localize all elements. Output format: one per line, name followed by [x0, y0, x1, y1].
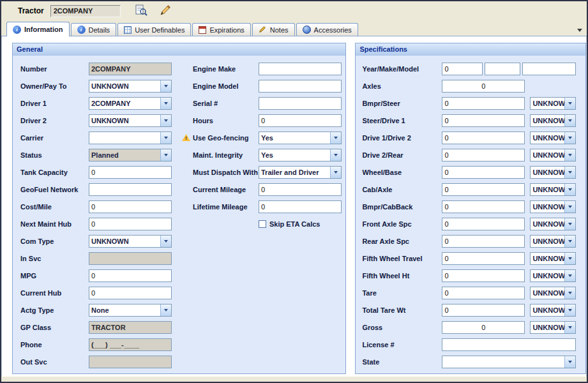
current-mileage-label: Current Mileage: [193, 186, 259, 193]
field-row: Hours: [182, 112, 345, 129]
com-type-select[interactable]: UNKNOWN: [89, 235, 172, 248]
tab-overflow-arrow-icon[interactable]: [577, 29, 582, 32]
year-input[interactable]: [442, 63, 483, 75]
mpg-input[interactable]: [89, 269, 172, 282]
com-type-label: Com Type: [20, 237, 89, 245]
current-hub-input[interactable]: [89, 287, 172, 299]
drive-2-rear-unit-select[interactable]: UNKNOW: [530, 149, 576, 161]
fifth-wheel-ht-label: Fifth Wheel Ht: [362, 272, 442, 280]
field-row: Status Planned: [20, 146, 182, 163]
next-maint-hub-input[interactable]: [89, 218, 172, 230]
tab-accessories[interactable]: Accessories: [296, 23, 358, 36]
in-svc-input[interactable]: [89, 252, 172, 265]
field-row: Wheel/Base UNKNOW: [362, 163, 585, 181]
wheel-base-input[interactable]: [442, 166, 525, 179]
field-row: GP Class: [20, 319, 182, 336]
gp-class-input[interactable]: [89, 321, 172, 334]
phone-input[interactable]: [89, 338, 172, 351]
gross-unit-select[interactable]: UNKNOW: [530, 321, 576, 334]
field-row: License #: [362, 336, 585, 353]
chevron-down-icon: [564, 270, 575, 282]
field-row: Maint. Integrity Yes: [182, 146, 345, 163]
bmpr-cabback-unit-select[interactable]: UNKNOW: [530, 200, 576, 213]
status-select[interactable]: Planned: [89, 149, 172, 161]
gross-input[interactable]: [442, 321, 525, 334]
model-input[interactable]: [522, 63, 576, 75]
steer-drive-1-input[interactable]: [442, 114, 525, 127]
actg-type-select[interactable]: None: [89, 304, 172, 317]
cab-axle-unit-select[interactable]: UNKNOW: [530, 183, 576, 196]
chevron-down-icon: [160, 304, 171, 316]
cab-axle-label: Cab/Axle: [362, 186, 442, 193]
cab-axle-input[interactable]: [442, 183, 525, 196]
tare-input[interactable]: [442, 287, 525, 299]
axles-input[interactable]: [442, 80, 525, 93]
information-tab-page: General Number Owner/Pay To UNKNOWN: [1, 36, 587, 377]
tab-expirations[interactable]: Expirations: [192, 23, 250, 36]
number-input[interactable]: [89, 63, 172, 75]
tab-information[interactable]: i Information: [6, 22, 70, 36]
must-dispatch-with-label: Must Dispatch With: [193, 169, 259, 176]
field-row: Com Type UNKNOWN: [20, 232, 182, 250]
tab-user-definables[interactable]: User Definables: [117, 23, 191, 36]
current-mileage-input[interactable]: [259, 183, 342, 196]
bmpr-steer-label: Bmpr/Steer: [362, 100, 442, 107]
owner-pay-to-select[interactable]: UNKNOWN: [89, 80, 172, 93]
fifth-wheel-travel-input[interactable]: [442, 252, 525, 265]
tare-unit-select[interactable]: UNKNOW: [530, 287, 576, 299]
engine-model-input[interactable]: [259, 80, 342, 93]
tab-notes[interactable]: Notes: [252, 23, 295, 36]
hours-input[interactable]: [259, 114, 342, 127]
wheel-base-unit-select[interactable]: UNKNOW: [530, 166, 576, 179]
out-svc-input[interactable]: [89, 356, 172, 368]
field-row: Rear Axle Spc UNKNOW: [362, 232, 585, 250]
skip-eta-calcs-checkbox[interactable]: [259, 220, 266, 228]
fifth-wheel-ht-input[interactable]: [442, 269, 525, 282]
total-tare-wt-unit-select[interactable]: UNKNOW: [530, 304, 576, 317]
tare-label: Tare: [362, 289, 442, 297]
tractor-number-input[interactable]: [50, 5, 121, 17]
make-input[interactable]: [485, 63, 520, 75]
carrier-select[interactable]: [89, 131, 172, 144]
rear-axle-spc-input[interactable]: [442, 235, 525, 248]
bmpr-cabback-input[interactable]: [442, 200, 525, 213]
geofuel-network-label: GeoFuel Network: [20, 186, 89, 193]
edit-tractor-button[interactable]: [156, 3, 174, 19]
drive-1-drive-2-input[interactable]: [442, 131, 525, 144]
calendar-icon: [199, 26, 206, 34]
find-tractor-button[interactable]: [132, 3, 150, 19]
rear-axle-spc-unit-select[interactable]: UNKNOW: [530, 235, 576, 248]
license-number-label: License #: [362, 341, 442, 349]
state-select[interactable]: [442, 356, 576, 368]
drive-1-drive-2-unit-select[interactable]: UNKNOW: [530, 131, 576, 144]
must-dispatch-with-select[interactable]: Trailer and Driver: [259, 166, 342, 179]
tab-details[interactable]: i Details: [71, 23, 117, 36]
front-axle-spc-unit-select[interactable]: UNKNOW: [530, 218, 576, 230]
geofuel-network-input[interactable]: [89, 183, 172, 196]
drive-2-rear-input[interactable]: [442, 149, 525, 161]
bmpr-steer-input[interactable]: [442, 97, 525, 110]
steer-drive-1-unit-select[interactable]: UNKNOW: [530, 114, 576, 127]
drive-2-rear-label: Drive 2/Rear: [362, 151, 442, 159]
use-geo-fencing-select[interactable]: Yes: [259, 131, 342, 144]
field-row: Year/Make/Model: [362, 60, 585, 77]
field-row: Bmpr/CabBack UNKNOW: [362, 198, 585, 215]
total-tare-wt-input[interactable]: [442, 304, 525, 317]
front-axle-spc-input[interactable]: [442, 218, 525, 230]
maint-integrity-select[interactable]: Yes: [259, 149, 342, 161]
bmpr-steer-unit-select[interactable]: UNKNOW: [530, 97, 576, 110]
field-row: ! Use Geo-fencing Yes: [182, 129, 345, 146]
tab-label: Expirations: [209, 26, 244, 34]
fifth-wheel-travel-unit-select[interactable]: UNKNOW: [530, 252, 576, 265]
axles-label: Axles: [362, 82, 442, 90]
license-number-input[interactable]: [442, 338, 576, 351]
tank-capacity-input[interactable]: [89, 166, 172, 179]
lifetime-mileage-input[interactable]: [259, 200, 342, 213]
cost-mile-input[interactable]: [89, 200, 172, 213]
driver-1-select[interactable]: 2COMPANY: [89, 97, 172, 110]
driver-2-select[interactable]: UNKNOWN: [89, 114, 172, 127]
chevron-down-icon: [564, 98, 575, 109]
engine-make-input[interactable]: [259, 63, 342, 75]
serial-number-input[interactable]: [259, 97, 342, 110]
fifth-wheel-ht-unit-select[interactable]: UNKNOW: [530, 269, 576, 282]
